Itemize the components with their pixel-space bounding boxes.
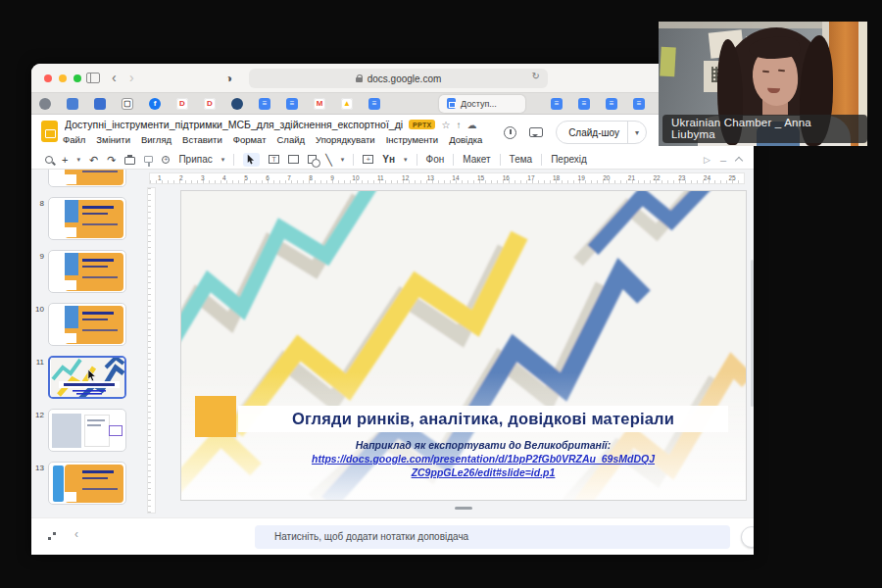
star-icon[interactable]: ☆ [441,120,450,130]
slide-thumbnail[interactable] [48,170,126,187]
blue-app-tab[interactable] [67,98,78,110]
menu-item[interactable]: Змінити [96,134,130,145]
paint-format-icon[interactable] [144,156,153,163]
slide-thumbnail-13[interactable] [48,462,126,505]
slides-tab[interactable]: ≡ [259,98,270,110]
grid-view-icon[interactable] [47,531,57,541]
slide-thumbnail-12[interactable] [48,409,126,452]
text-style-arrow-icon[interactable]: ▾ [404,151,408,169]
collapse-filmstrip-icon[interactable]: ‹ [74,527,78,541]
letter-d-tab[interactable]: D [204,98,216,110]
slides-tab[interactable]: ≡ [606,98,617,110]
collapse-toolbar-icon[interactable] [735,157,743,165]
notes-resize-handle[interactable] [455,507,472,510]
fit-zoom-arrow-icon[interactable]: ▾ [221,151,225,169]
slides-tab[interactable]: ≡ [286,98,298,110]
gmail-tab[interactable]: M [314,98,325,110]
insert-frame-icon[interactable]: + [363,155,373,164]
toolbar-divider [233,154,234,166]
menu-item[interactable]: Інструменти [386,134,439,145]
insert-shape-icon[interactable] [308,155,317,164]
theme-button[interactable]: Тема [510,151,533,169]
undo-icon[interactable]: ↶ [89,151,98,169]
ruler-tick: 10 [352,173,359,183]
slideshow-button[interactable]: Слайд-шоу ▾ [556,121,647,144]
slides-tab[interactable]: ≡ [633,98,645,110]
zoom-icon[interactable]: + [162,156,170,164]
slide-title-box[interactable]: Огляди ринків, аналітика, довідкові мате… [238,406,728,432]
history-icon[interactable] [504,126,516,139]
slides-app-icon[interactable] [41,121,58,142]
forward-button[interactable]: › [129,69,134,86]
back-button[interactable]: ‹ [112,69,117,86]
print-icon[interactable] [124,157,135,165]
slides-tab[interactable]: ≡ [578,98,590,110]
slide-link-line1[interactable]: https://docs.google.com/presentation/d/1… [238,453,728,466]
blue-app-tab[interactable] [94,98,106,110]
navy-app-tab[interactable] [231,98,243,110]
slide-thumbnail-10[interactable] [48,303,126,346]
menu-item[interactable]: Довідка [449,134,482,145]
slides-tab[interactable]: ≡ [551,98,563,110]
explore-button[interactable] [741,526,754,548]
line-dropdown-icon[interactable]: ▾ [341,151,345,169]
close-window-button[interactable] [44,74,52,82]
privacy-shield-icon[interactable]: ◑ [225,72,232,85]
letter-d-tab[interactable]: D [176,98,188,110]
slide-text-box[interactable]: Наприклад як експортувати до Великобрита… [238,439,728,479]
webcam-video-tile[interactable]: Ukrainian Chamber _ Anna Liubyma [659,22,867,146]
sidebar-icon[interactable] [86,73,100,83]
new-slide-dropdown-icon[interactable]: ▾ [76,151,80,169]
move-icon[interactable]: ↑ [456,120,461,130]
drive-tab[interactable]: ▲ [341,98,353,110]
menu-item[interactable]: Слайд [276,134,305,145]
speaker-notes-input[interactable]: Натисніть, щоб додати нотатки доповідача [255,525,730,549]
zoom-out-icon[interactable]: – [720,151,726,169]
slide-thumbnail-8[interactable] [48,197,126,240]
active-tab-label: Доступ... [461,99,497,109]
menu-item[interactable]: Файл [63,134,85,145]
reload-icon[interactable]: ↻ [532,71,540,81]
text-style-button[interactable]: Yн [382,151,395,169]
new-slide-button[interactable]: + [62,151,68,169]
slide-thumbnail-9[interactable] [48,250,126,293]
menu-item[interactable]: Формат [233,134,267,145]
laser-pointer-icon[interactable]: ▷ [704,151,710,169]
slide-accent-square[interactable] [195,396,236,437]
slide-title-text: Огляди ринків, аналітика, довідкові мате… [292,410,674,428]
slideshow-dropdown-icon[interactable]: ▾ [628,128,646,137]
menu-item[interactable]: Вигляд [141,134,172,145]
filmstrip-scrollbar[interactable] [751,260,754,407]
insert-image-icon[interactable] [288,155,299,164]
participant-name-label: Ukrainian Chamber _ Anna Liubyma [662,115,867,143]
page-tab[interactable]: ▢ [122,98,133,110]
slides-tab[interactable]: ≡ [368,98,380,110]
ruler-tick: 6 [266,173,270,183]
slide-number: 10 [33,303,48,346]
fit-zoom-dropdown[interactable]: Припас [178,151,212,169]
active-tab[interactable]: Доступ... [439,95,525,113]
compass-tab[interactable] [39,98,51,110]
slideshow-label: Слайд-шоу [557,127,627,138]
cloud-status-icon[interactable]: ☁ [466,120,476,130]
minimize-window-button[interactable] [59,74,67,82]
search-menus-icon[interactable] [45,156,53,164]
facebook-tab[interactable]: f [149,98,161,110]
layout-button[interactable]: Макет [463,151,490,169]
select-tool-button[interactable] [243,153,260,167]
document-title[interactable]: Доступні_інструменти_підтримки_МСБ_для_з… [65,119,403,130]
transition-button[interactable]: Перехід [551,151,587,169]
slide-thumbnail-11[interactable] [48,356,126,399]
menu-item[interactable]: Вставити [182,134,222,145]
text-box-icon[interactable]: T [269,155,279,164]
slide-link-line2[interactable]: ZC9ppGLe26/edit#slide=id.p1 [238,466,728,480]
redo-icon[interactable]: ↷ [107,151,116,169]
comments-icon[interactable] [529,127,543,137]
ruler-tick: 13 [427,173,434,183]
menu-item[interactable]: Упорядкувати [316,134,375,145]
insert-line-icon[interactable]: ╲ [325,151,332,169]
address-bar[interactable]: docs.google.com ↻ [249,69,548,88]
slide-canvas[interactable]: Огляди ринків, аналітика, довідкові мате… [181,191,746,500]
background-button[interactable]: Фон [426,151,445,169]
zoom-window-button[interactable] [74,74,81,82]
